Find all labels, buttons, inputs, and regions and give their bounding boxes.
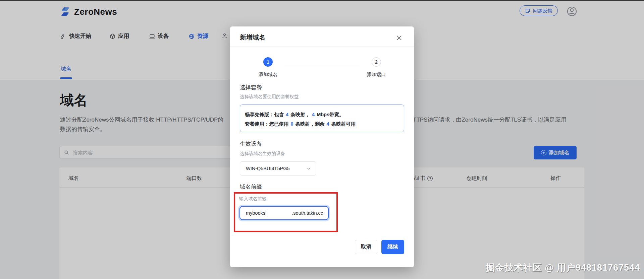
device-select[interactable]: WIN-Q5BUI4T5PG5 [240,161,316,176]
plan-line-1: 畅享先锋版：包含4条映射，4Mbps带宽。 [245,110,404,119]
modal-title: 新增域名 [240,33,265,42]
plan-section-title: 选择套餐 [240,84,262,91]
device-section-subtitle: 选择该域名生效的设备 [240,151,285,157]
prefix-section-title: 域名前缀 [240,183,262,191]
plan-line-2: 套餐使用：您已使用0条映射，剩余4条映射可用 [245,119,404,129]
step-1-label: 添加域名 [248,72,288,78]
continue-button[interactable]: 继续 [381,240,404,254]
stepper-connector [284,66,360,66]
step-1-number: 1 [267,59,269,65]
close-icon[interactable] [396,34,402,41]
device-section-title: 生效设备 [240,140,262,148]
modal-header-divider [230,47,414,47]
step-2-number: 2 [375,59,378,65]
watermark-text: 掘金技术社区 @ 用户948181767544 [485,262,640,274]
step-2-label: 添加端口 [356,72,396,78]
step-1-circle: 1 [263,57,273,67]
plan-card[interactable]: 畅享先锋版：包含4条映射，4Mbps带宽。 套餐使用：您已使用0条映射，剩余4条… [240,104,404,132]
device-select-value: WIN-Q5BUI4T5PG5 [246,166,306,171]
plan-section-subtitle: 选择该域名要使用的套餐权益 [240,94,299,100]
step-2-circle: 2 [372,57,381,67]
chevron-down-icon [306,166,311,171]
screenshot-top-border [0,0,644,1]
app-root: ZeroNews 问题反馈 快速开始 应用 [0,0,644,279]
cancel-button[interactable]: 取消 [355,240,377,254]
annotation-highlight-box [234,192,338,232]
